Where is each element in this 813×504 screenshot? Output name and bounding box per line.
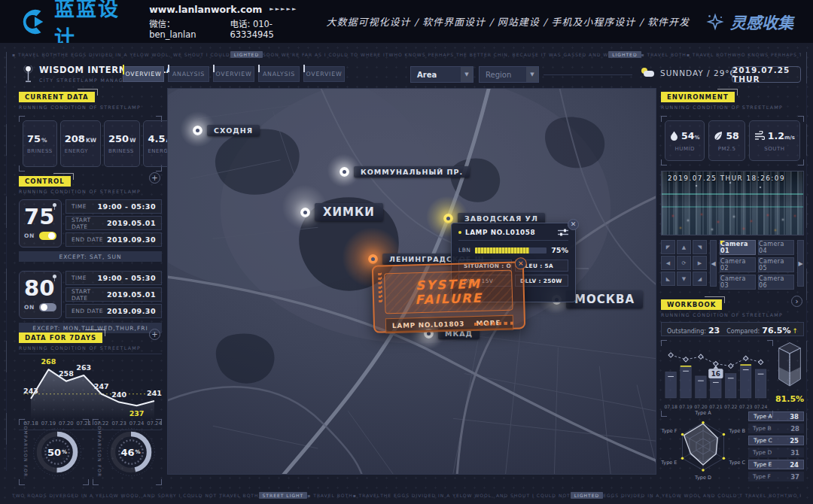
brightness-percent: 75% — [551, 246, 568, 254]
region-select[interactable]: Region ▼ — [479, 66, 539, 83]
arrow-left-button[interactable]: ◀ — [661, 256, 675, 270]
plus-icon[interactable]: + — [149, 172, 160, 184]
schedule-start-row[interactable]: START DATE2019.05.01 — [65, 287, 162, 302]
camera-select-4[interactable]: Camera 04 — [758, 240, 794, 255]
decor-text: ▪ TRAVEL BOTH — [12, 52, 57, 57]
camera-panel: 2019.07.25 THUR 18:26:09 ◤▲◥◀⟳▶◣▼◢ ◀ Cam… — [661, 171, 804, 287]
tab-analysis-1[interactable]: ANALYSIS — [168, 66, 209, 82]
camera-select-2[interactable]: Camera 02 — [720, 257, 756, 272]
gauge-value: 46% — [103, 424, 159, 480]
contact-block: www.lanlanwork.com ►►►►► 微信：ben_lanlan 电… — [149, 4, 309, 40]
tab-overview-2[interactable]: OVERVIEW — [213, 66, 254, 82]
sliders-icon[interactable] — [558, 229, 568, 236]
brightness-setpoint[interactable]: 80 ON — [19, 271, 62, 319]
tab-analysis-2[interactable]: ANALYSIS — [258, 66, 300, 82]
camera-select-5[interactable]: Camera 05 — [758, 257, 794, 272]
map-place-white-pin[interactable]: КОММУНАЛЬНЫЙ ПР. — [340, 166, 470, 178]
chevron-right-icon[interactable]: › — [791, 296, 802, 307]
svg-text:Type F: Type F — [661, 428, 678, 434]
rotate-button[interactable]: ⟳ — [677, 256, 691, 270]
power-toggle[interactable] — [39, 303, 56, 311]
city-map[interactable]: СХОДНЯКОММУНАЛЬНЫЙ ПР.ХИМКИЗАВОДСКАЯ УЛЛ… — [167, 88, 656, 475]
arrow-up-button[interactable]: ▲ — [677, 240, 691, 254]
more-button[interactable]: MORE› — [476, 319, 507, 327]
next-cameras-button[interactable]: ▶ — [797, 240, 804, 287]
type-row-type-e[interactable]: Type E24 — [748, 460, 804, 469]
arrow-right-button[interactable]: ▶ — [693, 256, 707, 270]
schedule-time-row[interactable]: TIME19:00 - 05:30 — [65, 271, 162, 285]
caret-down-icon[interactable]: ▼ — [526, 67, 538, 82]
type-row-type-c[interactable]: Type C25 — [748, 436, 804, 445]
close-icon[interactable]: ✕ — [568, 219, 579, 230]
lamp-pin-icon[interactable] — [300, 208, 310, 217]
map-place-label: КОММУНАЛЬНЫЙ ПР. — [354, 166, 470, 178]
camera-select-1[interactable]: Camera 01 — [720, 240, 756, 255]
panel-subtitle: RUNNING CONDITION OF STREETLAMP — [661, 105, 804, 110]
svg-text:263: 263 — [76, 363, 91, 372]
arrow-down-right-button[interactable]: ◢ — [693, 272, 707, 286]
lamp-pin-icon[interactable] — [368, 254, 378, 264]
lamp-pin-icon[interactable] — [193, 126, 202, 135]
schedule-end-row[interactable]: END DATE2019.09.30 — [65, 232, 162, 247]
camera-select-6[interactable]: Camera 06 — [758, 275, 794, 290]
caret-down-icon[interactable]: ▼ — [461, 67, 473, 82]
svg-text:240: 240 — [111, 390, 126, 399]
plus-icon[interactable]: + — [149, 329, 160, 340]
comparison-gauges: COMPARISON FOR 50% COMPARISON FOR 46% — [19, 419, 162, 485]
brightness-value: 75 — [24, 203, 56, 230]
stat-briness-w: 250W BRINESS — [104, 120, 140, 167]
type-row-type-b[interactable]: Type B28 — [748, 424, 804, 433]
power-state-label: ON — [24, 232, 35, 239]
prev-cameras-button[interactable]: ◀ — [710, 240, 717, 287]
wechat-label: 微信：ben_lanlan — [149, 17, 216, 40]
current-stats: 75% BRINESS 208KW ENERGY 250W BRINESS 4.… — [19, 116, 162, 172]
inspiration-collect[interactable]: 灵感收集 — [706, 11, 793, 33]
camera-controls: ◤▲◥◀⟳▶◣▼◢ ◀ Camera 01Camera 02Camera 03C… — [661, 240, 804, 287]
arrow-up-left-button[interactable]: ◤ — [661, 240, 675, 254]
leaf-icon — [714, 131, 723, 141]
environment-stats: 54% HUMID 58 PM2.5 — [661, 116, 804, 165]
lamp-pin-icon[interactable] — [340, 167, 349, 177]
svg-text:268: 268 — [41, 357, 56, 366]
arrow-down-button[interactable]: ▼ — [677, 272, 691, 286]
top-banner: 蓝蓝设计 www.lanlanwork.com ►►►►► 微信：ben_lan… — [0, 0, 813, 43]
power-state-label: ON — [24, 304, 35, 311]
power-toggle[interactable] — [39, 232, 56, 240]
camera-feed[interactable]: 2019.07.25 THUR 18:26:09 — [661, 171, 804, 235]
type-row-type-d[interactable]: Type D31 — [748, 448, 804, 457]
svg-text:237: 237 — [129, 409, 145, 417]
decor-text: ▪ TRAVEL BOTH — [307, 493, 352, 498]
map-place-label: МОСКВА — [566, 290, 643, 308]
panel-subtitle: RUNNING CONDITION OF STREETLAMP — [19, 105, 162, 110]
weather-text: SUNNDAY / 29°C — [660, 68, 736, 77]
decor-text: WHO KNOWS PERHAPS THE BETTER CHIN — [732, 52, 801, 57]
schedule-time-row[interactable]: TIME19:00 - 05:30 — [65, 199, 162, 214]
type-list: Type A38Type B28Type C25Type D31Type E24… — [748, 411, 804, 484]
map-place-white-pin[interactable]: СХОДНЯ — [193, 125, 260, 136]
decor-text: EGGS DIVIDED IN A YELOW WOOL AND COULD'T… — [603, 493, 784, 498]
wind-icon — [754, 131, 765, 140]
map-place-white-pin[interactable]: ХИМКИ — [300, 203, 383, 221]
svg-text:Type A: Type A — [694, 410, 711, 416]
type-row-type-a[interactable]: Type A38 — [748, 411, 804, 421]
tab-overview-3[interactable]: OVERVIEW — [303, 66, 345, 82]
area-select[interactable]: Area ▼ — [410, 66, 473, 83]
brightness-setpoint[interactable]: 75 ON — [19, 199, 62, 247]
schedule-start-row[interactable]: START DATE2019.05.01 — [65, 216, 162, 230]
camera-select-3[interactable]: Camera 03 — [720, 275, 756, 290]
website-link[interactable]: www.lanlanwork.com — [149, 4, 262, 15]
failed-lamp-id: LAMP NO.L01803 — [392, 320, 464, 329]
type-row-type-f[interactable]: Type F37 — [748, 472, 804, 481]
schedule-end-row[interactable]: END DATE2019.09.30 — [65, 304, 162, 318]
lamp-pin-icon[interactable] — [443, 214, 453, 223]
phone-label: 电话: 010-63334945 — [230, 17, 309, 40]
arrow-down-left-button[interactable]: ◣ — [661, 272, 675, 286]
arrow-up-right-button[interactable]: ◥ — [693, 240, 707, 254]
tab-overview-1[interactable]: OVERVIEW — [123, 66, 164, 82]
stat-energy-kw: 208KW ENERGY — [60, 120, 101, 167]
decor-text: WHO KNOWS PERHAPS THE BETTER CHIN, BECAU… — [389, 52, 609, 57]
map-place-label: СХОДНЯ — [207, 125, 260, 136]
failure-title: SYSTEM FAILURE — [384, 270, 513, 314]
brightness-bar[interactable] — [475, 247, 547, 254]
area-select-value: Area — [411, 71, 461, 79]
